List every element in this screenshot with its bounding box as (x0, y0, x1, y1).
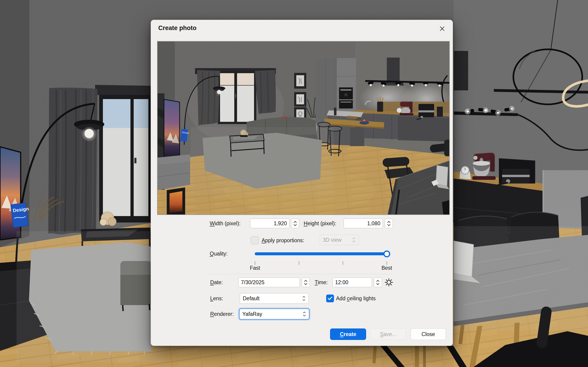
renderer-dropdown[interactable]: YafaRay (239, 309, 309, 319)
apply-proportions-checkbox[interactable] (251, 236, 259, 244)
ceiling-lights-checkbox[interactable] (326, 294, 334, 302)
time-label: Time: (315, 277, 328, 287)
chevron-up-down-icon (303, 311, 306, 317)
quality-slider[interactable] (255, 252, 387, 255)
down-arrow-icon (387, 224, 391, 226)
up-arrow-icon (387, 221, 391, 223)
background-hood (454, 51, 468, 90)
background-ottoman (120, 261, 152, 311)
time-spinner[interactable] (374, 277, 382, 287)
date-input[interactable] (238, 277, 300, 287)
background-window (95, 85, 152, 223)
close-button[interactable]: Close (411, 328, 446, 340)
quality-slider-thumb[interactable] (383, 250, 390, 257)
width-spinner[interactable] (291, 219, 299, 228)
background-espresso-machine (498, 158, 535, 185)
date-label: Date: (210, 277, 223, 287)
proportions-view-dropdown[interactable]: 3D view (320, 235, 359, 245)
close-icon[interactable] (439, 25, 446, 32)
separator (209, 274, 393, 274)
time-input[interactable] (333, 277, 372, 287)
quality-label: Quality: (210, 249, 228, 259)
photo-preview-image: Design (157, 41, 450, 215)
check-icon (328, 296, 333, 300)
quality-max-label: Best (378, 265, 396, 271)
date-spinner[interactable] (302, 277, 310, 287)
chevron-up-down-icon (302, 295, 306, 301)
up-arrow-icon (304, 280, 308, 282)
height-spinner[interactable] (385, 219, 393, 228)
app-window: Design (0, 0, 588, 367)
width-input[interactable] (250, 219, 289, 228)
down-arrow-icon (304, 283, 308, 285)
create-photo-dialog: Create photo (151, 20, 453, 346)
create-button[interactable]: Create (330, 328, 366, 340)
apply-proportions-label: Apply proportions: (262, 235, 304, 246)
up-arrow-icon (376, 280, 380, 282)
down-arrow-icon (376, 283, 380, 285)
down-arrow-icon (293, 224, 297, 226)
save-button[interactable]: Save... (371, 328, 406, 340)
width-label: Width (pixel): (210, 219, 241, 228)
lens-label: Lens: (210, 293, 223, 304)
height-label: Height (pixel): (304, 219, 336, 228)
up-arrow-icon (293, 221, 297, 223)
height-input[interactable] (344, 219, 383, 228)
chevron-up-down-icon (352, 237, 356, 243)
dialog-title: Create photo (158, 25, 197, 32)
sun-icon (384, 278, 394, 288)
quality-min-label: Fast (246, 265, 264, 271)
lens-dropdown[interactable]: Default (240, 293, 309, 304)
ceiling-lights-label: Add ceiling lights (336, 293, 376, 304)
renderer-label: Renderer: (210, 309, 233, 319)
